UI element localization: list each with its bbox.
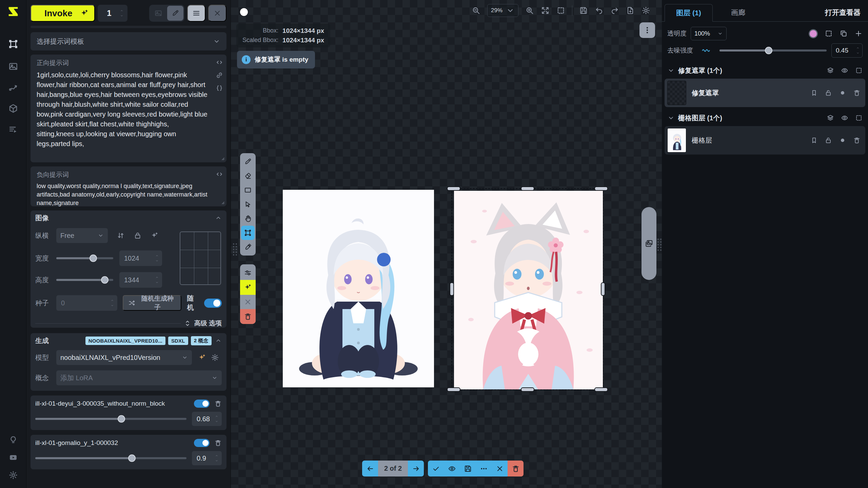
prompt-template-select[interactable]: 选择提示词模板 — [31, 32, 226, 50]
redo-icon[interactable] — [610, 6, 619, 15]
negative-prompt-input[interactable]: low quality,worst quality,norma l qualit… — [37, 182, 211, 207]
select-tool[interactable] — [241, 197, 255, 211]
pan-tool[interactable] — [241, 211, 255, 226]
model-settings-button[interactable] — [211, 353, 219, 362]
selection-frame[interactable] — [451, 188, 604, 390]
rectangle-tool[interactable] — [241, 183, 255, 197]
layer-row-raster[interactable]: 栅格层 — [665, 126, 865, 155]
bookmark-icon[interactable] — [810, 89, 818, 97]
staging-prev-button[interactable] — [362, 461, 378, 476]
trash-icon[interactable] — [214, 439, 222, 447]
clear-queue-button[interactable] — [208, 5, 226, 22]
canvas-workspace[interactable]: 29% Bbox: 1024×1344 px Scaled Bbox: 1024… — [231, 0, 662, 488]
expand-advanced-icon[interactable] — [184, 320, 191, 327]
delete-region-button[interactable] — [240, 309, 256, 324]
braces-icon[interactable] — [216, 84, 223, 92]
staging-more-button[interactable] — [476, 461, 492, 476]
invoke-button[interactable]: Invoke — [31, 5, 95, 22]
bbox-tool[interactable] — [241, 226, 255, 240]
optimize-size-button[interactable] — [151, 231, 159, 240]
collapse-icon[interactable] — [215, 337, 222, 344]
width-slider[interactable] — [56, 255, 113, 262]
denoise-input[interactable]: 0.45 — [831, 43, 863, 58]
unlock-icon[interactable] — [825, 89, 832, 97]
lora-enabled-toggle[interactable] — [194, 400, 210, 408]
staging-discard-button[interactable] — [508, 461, 524, 476]
open-viewer-button[interactable]: 打开查看器 — [825, 4, 861, 21]
visibility-icon[interactable] — [841, 114, 848, 122]
resize-grip-icon[interactable] — [219, 155, 225, 161]
canvas-image-raster[interactable] — [283, 190, 434, 387]
canvas-menu-button[interactable] — [639, 22, 655, 38]
nav-canvas-button[interactable] — [6, 37, 20, 51]
add-lora-select[interactable]: 添加 LoRA — [56, 370, 222, 385]
tab-gallery[interactable]: 画廊 — [713, 4, 764, 21]
transform-handle-se[interactable] — [594, 387, 608, 392]
nav-models-button[interactable] — [6, 102, 20, 115]
transform-handle-s[interactable] — [521, 387, 534, 392]
transform-handle-nw[interactable] — [447, 186, 460, 191]
send-to-gallery-button[interactable] — [150, 6, 166, 21]
zoom-in-icon[interactable] — [525, 6, 534, 15]
swap-dimensions-button[interactable] — [117, 231, 125, 240]
advanced-options-label[interactable]: 高级 选项 — [194, 319, 222, 328]
zoom-out-icon[interactable] — [472, 6, 480, 15]
staging-cancel-button[interactable] — [492, 461, 508, 476]
queue-count-arrows[interactable] — [119, 9, 124, 17]
youtube-button[interactable] — [6, 451, 20, 464]
random-seed-toggle[interactable] — [204, 299, 222, 308]
opacity-select[interactable]: 100% — [691, 27, 727, 40]
panel-resize-handle[interactable] — [233, 243, 237, 256]
layer-row-mask[interactable]: 修复遮罩 — [665, 79, 865, 107]
staging-next-button[interactable] — [408, 461, 424, 476]
embedding-code-icon[interactable] — [216, 170, 223, 178]
panel-resize-handle[interactable] — [657, 239, 662, 251]
unlock-icon[interactable] — [825, 137, 832, 144]
lora-weight-slider[interactable] — [35, 415, 186, 422]
transform-handle-w[interactable] — [450, 282, 454, 296]
model-sparkle-button[interactable] — [198, 353, 206, 362]
nav-queue-button[interactable] — [6, 123, 20, 136]
cancel-region-button[interactable] — [241, 295, 255, 309]
new-session-icon[interactable] — [626, 6, 635, 15]
lora-weight-slider[interactable] — [35, 455, 186, 462]
fit-group-icon[interactable] — [855, 67, 863, 74]
transform-handle-e[interactable] — [601, 282, 605, 296]
generate-region-button[interactable] — [240, 280, 256, 295]
fit-group-icon[interactable] — [855, 114, 863, 122]
lora-enabled-toggle[interactable] — [194, 439, 210, 447]
trash-icon[interactable] — [853, 137, 861, 144]
lock-aspect-button[interactable] — [134, 231, 142, 240]
queue-menu-button[interactable] — [187, 5, 205, 22]
staging-preview-button[interactable] — [444, 461, 460, 476]
resize-grip-icon[interactable] — [219, 199, 225, 205]
color-picker-tool[interactable] — [241, 240, 255, 254]
model-select[interactable]: noobaiXLNAIXL_vPred10Version — [56, 350, 192, 365]
fit-to-view-icon[interactable] — [541, 6, 550, 15]
mask-color-swatch[interactable] — [809, 29, 818, 38]
trash-icon[interactable] — [214, 400, 222, 407]
enabled-dot-icon[interactable] — [839, 137, 846, 144]
link-prompts-icon[interactable] — [216, 72, 223, 79]
canvas-image-selected[interactable] — [454, 191, 603, 389]
queue-count-stepper[interactable]: 1 — [98, 5, 127, 22]
support-button[interactable] — [6, 433, 20, 447]
undo-icon[interactable] — [595, 6, 604, 15]
tab-layers[interactable]: 图层 (1) — [665, 4, 713, 22]
mask-group-header[interactable]: 修复遮罩 (1个) — [662, 63, 868, 78]
eraser-tool[interactable] — [241, 169, 255, 183]
filters-button[interactable] — [241, 266, 255, 280]
settings-button[interactable] — [6, 468, 20, 482]
random-seed-button[interactable]: 随机生成种子 — [123, 295, 181, 311]
gallery-flyout-handle[interactable] — [642, 207, 656, 280]
nav-gallery-button[interactable] — [6, 60, 20, 73]
lora-weight-input[interactable]: 0.68 — [192, 412, 222, 426]
fit-layer-icon[interactable] — [825, 29, 833, 38]
transform-handle-ne[interactable] — [594, 186, 608, 191]
embedding-code-icon[interactable] — [216, 59, 223, 66]
save-canvas-icon[interactable] — [579, 6, 588, 15]
raster-group-header[interactable]: 栅格图层 (1个) — [662, 110, 868, 125]
merge-layers-icon[interactable] — [827, 67, 834, 74]
width-input[interactable]: 1024 — [119, 250, 162, 266]
seed-input[interactable]: 0 — [56, 295, 117, 311]
